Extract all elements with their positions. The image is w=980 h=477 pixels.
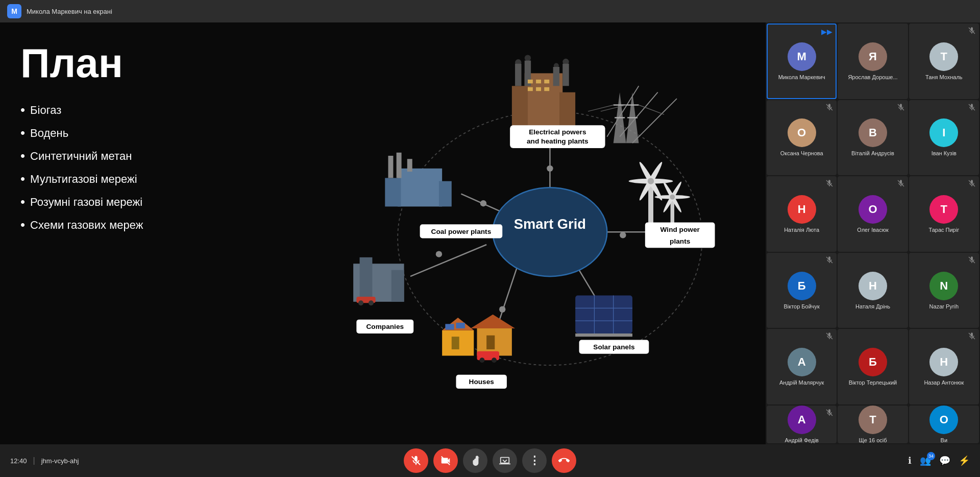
slide-left: План БіогазВоденьСинтетичний метанМульти…	[0, 22, 322, 444]
participant-name: Віктор Бойчук	[781, 303, 821, 309]
participant-card[interactable]: ООлег Івасюк	[838, 176, 908, 252]
svg-point-12	[436, 251, 442, 257]
mic-muted-icon	[968, 103, 976, 111]
svg-rect-27	[544, 80, 549, 83]
participant-card[interactable]: ВВіталій Андрусів	[838, 100, 908, 176]
participant-avatar: Я	[859, 42, 887, 71]
participant-card[interactable]: NNazar Pyrih	[909, 253, 979, 328]
svg-rect-38	[398, 169, 442, 207]
participant-name: Іван Кузів	[929, 150, 959, 156]
participant-card[interactable]: ІІван Кузів	[909, 100, 979, 176]
people-button[interactable]: 👥 34	[920, 455, 931, 466]
svg-point-16	[493, 187, 607, 276]
bottombar-right: ℹ 👥 34 💬 ⚡	[908, 455, 970, 466]
svg-point-63	[479, 357, 484, 363]
svg-point-10	[547, 165, 553, 172]
participant-card[interactable]: ННаталія Люта	[767, 176, 837, 252]
svg-text:Wind power: Wind power	[660, 226, 700, 233]
svg-point-15	[620, 232, 626, 238]
participant-card[interactable]: ОВи	[909, 406, 979, 443]
participant-name: Назар Антонюк	[922, 379, 966, 386]
meeting-id: jhm-vcyb-ahj	[41, 457, 79, 465]
participant-card[interactable]: ННаталя Дрінь	[838, 253, 908, 328]
svg-text:and heating plants: and heating plants	[527, 137, 589, 145]
slide-title: План	[20, 43, 301, 84]
svg-line-8	[620, 92, 658, 137]
activities-button[interactable]: ⚡	[959, 455, 970, 466]
svg-rect-26	[536, 80, 541, 83]
chat-button[interactable]: 💬	[939, 455, 950, 466]
mic-muted-icon	[968, 256, 976, 264]
mic-muted-icon	[968, 27, 976, 35]
svg-rect-20	[559, 92, 575, 131]
svg-text:plants: plants	[670, 237, 691, 245]
participant-card[interactable]: ООксана Чернова	[767, 100, 837, 176]
participant-card[interactable]: ▶▶ММикола Маркевич	[767, 23, 837, 99]
svg-point-50	[358, 300, 363, 305]
svg-rect-48	[391, 270, 404, 302]
raise-hand-button[interactable]	[463, 448, 487, 473]
slide-bullets: БіогазВоденьСинтетичний метанМультигазов…	[20, 102, 301, 233]
participant-card[interactable]: ТТаня Мохналь	[909, 23, 979, 99]
participant-name: Наталія Люта	[782, 227, 821, 233]
participant-card[interactable]: БВіктор Терлецький	[838, 329, 908, 404]
participant-name: Ярослав Дороше...	[846, 74, 899, 80]
svg-rect-72	[575, 333, 632, 337]
presentation-area: План БіогазВоденьСинтетичний метанМульти…	[0, 22, 766, 444]
participant-avatar: І	[929, 118, 958, 147]
participant-avatar: А	[788, 348, 816, 376]
bottombar-controls: ⋮	[404, 448, 576, 473]
participant-name: Тарас Пиріг	[926, 227, 961, 233]
svg-text:Companies: Companies	[366, 323, 404, 330]
slide-bullet-item: Розумні газові мережі	[20, 194, 301, 210]
svg-line-3	[410, 245, 486, 276]
svg-point-84	[670, 195, 675, 200]
participant-name: Андрій Малярчук	[777, 379, 826, 386]
participant-card[interactable]: TЩе 16 осіб	[838, 406, 908, 443]
slide-diagram: Smart Grid	[322, 22, 766, 444]
svg-line-94	[588, 105, 614, 111]
svg-point-13	[499, 306, 505, 313]
participant-avatar: О	[929, 406, 958, 434]
participant-card[interactable]: ННазар Антонюк	[909, 329, 979, 404]
participant-name: Андрій Федів	[782, 437, 821, 443]
camera-button[interactable]	[433, 448, 458, 473]
participant-avatar: Н	[788, 195, 816, 224]
svg-text:Coal power plants: Coal power plants	[431, 228, 492, 235]
mic-muted-icon	[968, 179, 976, 187]
participant-card[interactable]: ЯЯрослав Дороше...	[838, 23, 908, 99]
participant-avatar: Т	[929, 195, 958, 224]
svg-text:Electrical powers: Electrical powers	[529, 128, 586, 136]
participant-card[interactable]: ААндрій Федів	[767, 406, 837, 443]
participant-avatar: N	[929, 272, 958, 300]
participant-card[interactable]: ААндрій Малярчук	[767, 329, 837, 404]
slide-bullet-item: Мультигазові мережі	[20, 171, 301, 187]
more-options-button[interactable]: ⋮	[522, 448, 547, 473]
mic-button[interactable]	[404, 448, 428, 473]
svg-rect-25	[528, 80, 533, 83]
mic-muted-icon	[897, 179, 905, 187]
svg-point-33	[554, 63, 559, 68]
participant-card[interactable]: ТТарас Пиріг	[909, 176, 979, 252]
participant-name: Nazar Pyrih	[927, 303, 961, 309]
mic-muted-icon	[825, 409, 834, 417]
topbar-title: Микола Маркевич на екрані	[27, 8, 112, 15]
end-call-button[interactable]	[552, 448, 576, 473]
participant-avatar: А	[788, 406, 816, 434]
svg-marker-60	[471, 315, 515, 328]
meet-logo: M	[7, 4, 21, 18]
svg-rect-56	[452, 337, 459, 349]
svg-rect-30	[544, 87, 549, 91]
participant-card[interactable]: БВіктор Бойчук	[767, 253, 837, 328]
participant-name: Віталій Андрусів	[849, 150, 896, 156]
participant-name: Наталя Дрінь	[853, 303, 892, 309]
share-screen-button[interactable]	[493, 448, 517, 473]
participant-name: Таня Мохналь	[923, 74, 965, 80]
svg-rect-61	[486, 336, 495, 349]
main-area: План БіогазВоденьСинтетичний метанМульти…	[0, 22, 980, 444]
participant-avatar: В	[859, 118, 887, 147]
svg-rect-43	[407, 159, 412, 172]
info-button[interactable]: ℹ	[908, 455, 912, 466]
bottombar: 12:40 | jhm-vcyb-ahj ⋮ ℹ 👥	[0, 444, 980, 477]
speaking-indicator: ▶▶	[821, 28, 832, 36]
